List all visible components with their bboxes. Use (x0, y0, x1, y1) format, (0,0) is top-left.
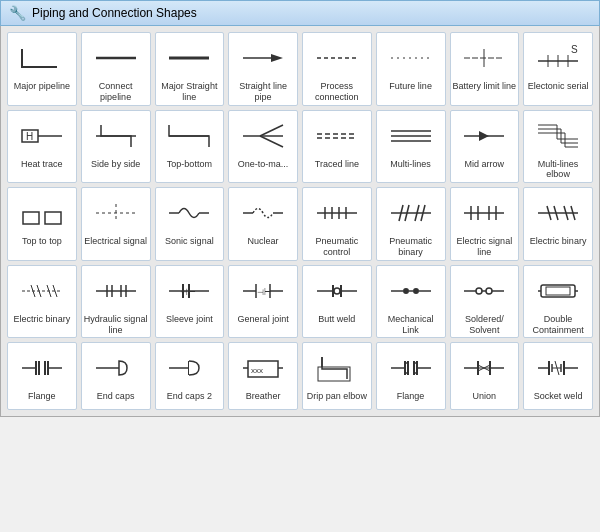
shape-label-pneumatic-binary: Pneumatic binary (379, 236, 443, 258)
shape-hydraulic-signal-line[interactable]: Hydraulic signal line (81, 265, 151, 339)
shape-icon-end-caps-2 (161, 347, 217, 389)
shape-icon-flange (14, 347, 70, 389)
shape-label-major-straight-line: Major Straight line (158, 81, 222, 103)
svg-point-89 (486, 288, 492, 294)
shape-soldered-solvent[interactable]: Soldered/ Solvent (450, 265, 520, 339)
shape-double-containment[interactable]: Double Containment (523, 265, 593, 339)
title-text: Piping and Connection Shapes (32, 6, 197, 20)
svg-marker-26 (479, 131, 489, 141)
shape-label-multi-lines: Multi-lines (390, 159, 431, 170)
shape-label-top-bottom: Top-bottom (167, 159, 212, 170)
shape-label-soldered-solvent: Soldered/ Solvent (453, 314, 517, 336)
svg-text:H: H (26, 131, 33, 142)
shape-process-connection[interactable]: Process connection (302, 32, 372, 106)
title-bar: 🔧 Piping and Connection Shapes (0, 0, 600, 26)
shape-traced-line[interactable]: Traced line (302, 110, 372, 184)
shape-label-electric-signal-line: Electric signal line (453, 236, 517, 258)
shape-icon-future-line (383, 37, 439, 79)
shape-general-joint[interactable]: ⊣ ⊢ General joint (228, 265, 298, 339)
shape-icon-nuclear (235, 192, 291, 234)
svg-rect-27 (23, 212, 39, 224)
svg-point-84 (413, 288, 419, 294)
shape-major-straight-line[interactable]: Major Straight line (155, 32, 225, 106)
shape-label-sonic-signal: Sonic signal (165, 236, 214, 247)
svg-point-80 (334, 288, 340, 294)
shape-one-to-many[interactable]: One-to-ma... (228, 110, 298, 184)
shape-pneumatic-control[interactable]: Pneumatic control (302, 187, 372, 261)
shape-pneumatic-binary[interactable]: Pneumatic binary (376, 187, 446, 261)
shape-icon-multi-lines-elbow (530, 115, 586, 157)
shape-battery-limit-line[interactable]: Battery limit line (450, 32, 520, 106)
shape-flange[interactable]: Flange (7, 342, 77, 410)
shape-drip-pan-elbow[interactable]: Drip pan elbow (302, 342, 372, 410)
shape-electric-signal-line[interactable]: Electric signal line (450, 187, 520, 261)
shape-label-drip-pan-elbow: Drip pan elbow (307, 391, 367, 402)
shape-icon-electric-binary2 (14, 270, 70, 312)
shape-straight-line-pipe[interactable]: Straight line pipe (228, 32, 298, 106)
shape-label-end-caps: End caps (97, 391, 135, 402)
shape-label-heat-trace: Heat trace (21, 159, 63, 170)
shape-top-bottom[interactable]: Top-bottom (155, 110, 225, 184)
shapes-grid: Major pipeline Connect pipeline Major St… (0, 26, 600, 417)
shape-icon-one-to-many (235, 115, 291, 157)
shape-multi-lines[interactable]: Multi-lines (376, 110, 446, 184)
shape-flange2[interactable]: Flange (376, 342, 446, 410)
shape-electrical-signal[interactable]: Electrical signal (81, 187, 151, 261)
shape-top-to-top[interactable]: Top to top (7, 187, 77, 261)
shape-icon-butt-weld (309, 270, 365, 312)
shape-icon-general-joint: ⊣ ⊢ (235, 270, 291, 312)
shape-icon-mechanical-link (383, 270, 439, 312)
shape-icon-battery-limit-line (456, 37, 512, 79)
shape-electronic-serial[interactable]: S Electonic serial (523, 32, 593, 106)
shape-label-traced-line: Traced line (315, 159, 359, 170)
shape-breather[interactable]: xxx Breather (228, 342, 298, 410)
shape-socket-weld[interactable]: Socket weld (523, 342, 593, 410)
shape-label-breather: Breather (246, 391, 281, 402)
svg-text:⊣: ⊣ (257, 288, 264, 297)
shape-label-union: Union (473, 391, 497, 402)
shape-label-double-containment: Double Containment (526, 314, 590, 336)
shape-icon-top-bottom (161, 115, 217, 157)
shape-end-caps[interactable]: End caps (81, 342, 151, 410)
shape-icon-drip-pan-elbow (309, 347, 365, 389)
shape-union[interactable]: Union (450, 342, 520, 410)
shape-label-electrical-signal: Electrical signal (84, 236, 147, 247)
shape-nuclear[interactable]: Nuclear (228, 187, 298, 261)
shape-heat-trace[interactable]: H Heat trace (7, 110, 77, 184)
shape-major-pipeline[interactable]: Major pipeline (7, 32, 77, 106)
shape-electric-binary[interactable]: Electric binary (523, 187, 593, 261)
shape-icon-end-caps (88, 347, 144, 389)
shape-label-butt-weld: Butt weld (318, 314, 355, 325)
shape-label-end-caps-2: End caps 2 (167, 391, 212, 402)
shape-end-caps-2[interactable]: End caps 2 (155, 342, 225, 410)
shape-butt-weld[interactable]: Butt weld (302, 265, 372, 339)
shape-icon-sleeve-joint: ⊣⊢ (161, 270, 217, 312)
shape-label-electric-binary2: Electric binary (14, 314, 71, 325)
shape-future-line[interactable]: Future line (376, 32, 446, 106)
svg-rect-28 (45, 212, 61, 224)
shape-sleeve-joint[interactable]: ⊣⊢ Sleeve joint (155, 265, 225, 339)
shape-mid-arrow[interactable]: Mid arrow (450, 110, 520, 184)
shape-label-hydraulic-signal-line: Hydraulic signal line (84, 314, 148, 336)
shape-label-major-pipeline: Major pipeline (14, 81, 70, 92)
shape-icon-socket-weld (530, 347, 586, 389)
shape-icon-electric-binary (530, 192, 586, 234)
shape-connect-pipeline[interactable]: Connect pipeline (81, 32, 151, 106)
shape-side-by-side[interactable]: Side by side (81, 110, 151, 184)
shape-mechanical-link[interactable]: Mechanical Link (376, 265, 446, 339)
shape-icon-sonic-signal (161, 192, 217, 234)
shape-icon-top-to-top (14, 192, 70, 234)
shape-sonic-signal[interactable]: Sonic signal (155, 187, 225, 261)
shape-electric-binary2[interactable]: Electric binary (7, 265, 77, 339)
shape-icon-hydraulic-signal-line (88, 270, 144, 312)
shape-icon-pneumatic-control (309, 192, 365, 234)
shape-multi-lines-elbow[interactable]: Multi-lines elbow (523, 110, 593, 184)
shape-icon-major-straight-line (161, 37, 217, 79)
shape-label-socket-weld: Socket weld (534, 391, 583, 402)
shape-icon-side-by-side (88, 115, 144, 157)
shape-icon-major-pipeline (14, 37, 70, 79)
shape-label-future-line: Future line (389, 81, 432, 92)
shape-label-sleeve-joint: Sleeve joint (166, 314, 213, 325)
svg-line-19 (260, 136, 283, 147)
svg-marker-3 (271, 54, 283, 62)
